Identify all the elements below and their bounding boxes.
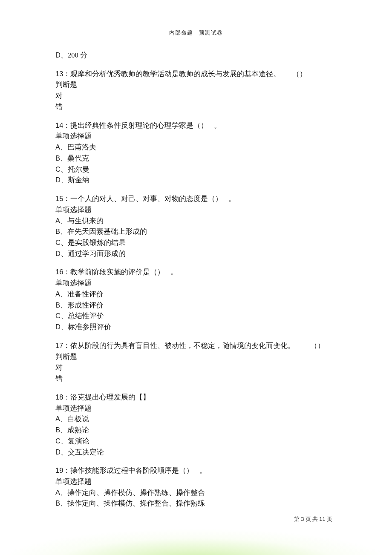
option-label: B、 bbox=[55, 153, 67, 164]
option-label: A、 bbox=[55, 414, 67, 425]
option-text: 错 bbox=[55, 374, 63, 382]
option: C、托尔曼 bbox=[55, 164, 341, 175]
question-type: 单项选择题 bbox=[55, 278, 341, 289]
question-type: 单项选择题 bbox=[55, 131, 341, 142]
option-text: 斯金纳 bbox=[68, 176, 89, 184]
option-text: 交互决定论 bbox=[68, 448, 104, 456]
option-label: B、 bbox=[55, 425, 67, 436]
question-number: 13： bbox=[55, 70, 70, 78]
option: C、是实践锻炼的结果 bbox=[55, 237, 341, 248]
question-text: 一个人的对人、对己、对事、对物的态度是（） bbox=[70, 195, 222, 203]
footer-page-total: 11 bbox=[319, 516, 325, 522]
option-label: A、 bbox=[55, 216, 67, 227]
question: 13：观摩和分析优秀教师的教学活动是教师的成长与发展的基本途径。（）判断题对错 bbox=[55, 69, 341, 112]
option-text: 与生俱来的 bbox=[67, 217, 104, 225]
question-text: 教学前阶段实施的评价是（） bbox=[70, 268, 164, 276]
stem-trailing: 。 bbox=[214, 121, 221, 129]
question-stem: 16：教学前阶段实施的评价是（）。 bbox=[55, 267, 341, 278]
option: D、200 分 bbox=[55, 50, 341, 61]
option-text: 通过学习而形成的 bbox=[68, 250, 126, 258]
option-label: C、 bbox=[55, 164, 68, 175]
page-footer: 第 3 页 共 11 页 bbox=[294, 515, 332, 523]
option-label: A、 bbox=[55, 289, 67, 300]
option-text: 白板说 bbox=[67, 415, 89, 423]
option: 错 bbox=[55, 373, 341, 384]
option: C、总结性评价 bbox=[55, 311, 341, 322]
question-type: 单项选择题 bbox=[55, 476, 341, 487]
option: D、交互决定论 bbox=[55, 447, 341, 458]
question-number: 18： bbox=[55, 393, 70, 401]
question-text: 观摩和分析优秀教师的教学活动是教师的成长与发展的基本途径。 bbox=[70, 70, 280, 78]
option-text: 成熟论 bbox=[67, 426, 89, 434]
stem-trailing: 。 bbox=[199, 466, 207, 474]
option: B、在先天因素基础上形成的 bbox=[55, 226, 341, 237]
option: D、标准参照评价 bbox=[55, 322, 341, 333]
option: 错 bbox=[55, 101, 341, 112]
option-text: 桑代克 bbox=[67, 154, 89, 162]
question-text: 依从阶段的行为具有盲目性、被动性，不稳定，随情境的变化而变化。 bbox=[70, 342, 295, 350]
option: 对 bbox=[55, 362, 341, 373]
option-text: 操作定向、操作模仿、操作熟练、操作整合 bbox=[67, 489, 205, 497]
question: 14：提出经典性条件反射理论的心理学家是（）。单项选择题A、巴甫洛夫B、桑代克C… bbox=[55, 120, 341, 186]
option-label: D、 bbox=[55, 175, 68, 186]
question-stem: 17：依从阶段的行为具有盲目性、被动性，不稳定，随情境的变化而变化。（） bbox=[55, 340, 341, 351]
option-label: B、 bbox=[55, 226, 67, 237]
option-text: 准备性评价 bbox=[67, 290, 104, 298]
option-text: 巴甫洛夫 bbox=[67, 143, 96, 151]
question-stem: 15：一个人的对人、对己、对事、对物的态度是（）。 bbox=[55, 193, 341, 204]
footer-prefix: 第 bbox=[294, 516, 301, 522]
header-right: 预测试卷 bbox=[199, 29, 223, 36]
stem-trailing: 。 bbox=[228, 195, 236, 203]
option-text: 复演论 bbox=[68, 437, 89, 445]
option: A、准备性评价 bbox=[55, 289, 341, 300]
option-text: 对 bbox=[55, 363, 63, 371]
option-label: D、 bbox=[55, 248, 68, 259]
option-label: A、 bbox=[55, 142, 67, 153]
option-label: D、 bbox=[55, 50, 68, 61]
question-stem: 19：操作技能形成过程中各阶段顺序是（）。 bbox=[55, 465, 341, 476]
option-text: 是实践锻炼的结果 bbox=[68, 239, 126, 247]
option-text: 操作定向、操作模仿、操作整合、操作熟练 bbox=[67, 499, 205, 507]
question: 15：一个人的对人、对己、对事、对物的态度是（）。单项选择题A、与生俱来的B、在… bbox=[55, 193, 341, 259]
option: B、形成性评价 bbox=[55, 300, 341, 311]
question-number: 14： bbox=[55, 121, 70, 129]
option: A、操作定向、操作模仿、操作熟练、操作整合 bbox=[55, 487, 341, 498]
header-left: 内部命题 bbox=[169, 29, 193, 36]
option-text: 标准参照评价 bbox=[68, 323, 111, 331]
option: B、成熟论 bbox=[55, 425, 341, 436]
option-text: 200 分 bbox=[68, 51, 87, 59]
answer-blank: （） bbox=[292, 70, 307, 78]
document-page: 内部命题预测试卷 D、200 分 13：观摩和分析优秀教师的教学活动是教师的成长… bbox=[0, 0, 392, 555]
option-text: 错 bbox=[55, 103, 63, 111]
page-header: 内部命题预测试卷 bbox=[0, 29, 392, 37]
question-type: 判断题 bbox=[55, 79, 341, 90]
question-type: 单项选择题 bbox=[55, 204, 341, 216]
option: B、操作定向、操作模仿、操作整合、操作熟练 bbox=[55, 498, 341, 509]
option-label: D、 bbox=[55, 447, 68, 458]
stem-trailing: 。 bbox=[170, 268, 178, 276]
option: D、斯金纳 bbox=[55, 175, 341, 186]
question: 19：操作技能形成过程中各阶段顺序是（）。单项选择题A、操作定向、操作模仿、操作… bbox=[55, 465, 341, 509]
footer-suffix: 页 bbox=[326, 516, 332, 522]
question-number: 19： bbox=[55, 466, 70, 474]
option-text: 对 bbox=[55, 92, 63, 100]
option-label: C、 bbox=[55, 436, 68, 447]
option: B、桑代克 bbox=[55, 153, 341, 164]
option: 对 bbox=[55, 90, 341, 101]
question-stem: 14：提出经典性条件反射理论的心理学家是（）。 bbox=[55, 120, 341, 131]
answer-blank: （） bbox=[310, 342, 325, 350]
question-text: 操作技能形成过程中各阶段顺序是（） bbox=[70, 466, 193, 474]
question-type: 判断题 bbox=[55, 351, 341, 362]
option-label: C、 bbox=[55, 311, 68, 322]
question: 17：依从阶段的行为具有盲目性、被动性，不稳定，随情境的变化而变化。（）判断题对… bbox=[55, 340, 341, 384]
footer-page-current: 3 bbox=[301, 516, 304, 522]
option-label: A、 bbox=[55, 487, 67, 498]
bottom-glow-decoration bbox=[0, 529, 392, 555]
option: A、白板说 bbox=[55, 414, 341, 425]
exam-content: D、200 分 13：观摩和分析优秀教师的教学活动是教师的成长与发展的基本途径。… bbox=[55, 50, 341, 517]
option-label: D、 bbox=[55, 322, 68, 333]
question: 16：教学前阶段实施的评价是（）。单项选择题A、准备性评价B、形成性评价C、总结… bbox=[55, 267, 341, 332]
option-label: B、 bbox=[55, 300, 67, 311]
option-text: 在先天因素基础上形成的 bbox=[67, 227, 147, 236]
option-text: 形成性评价 bbox=[67, 301, 104, 309]
